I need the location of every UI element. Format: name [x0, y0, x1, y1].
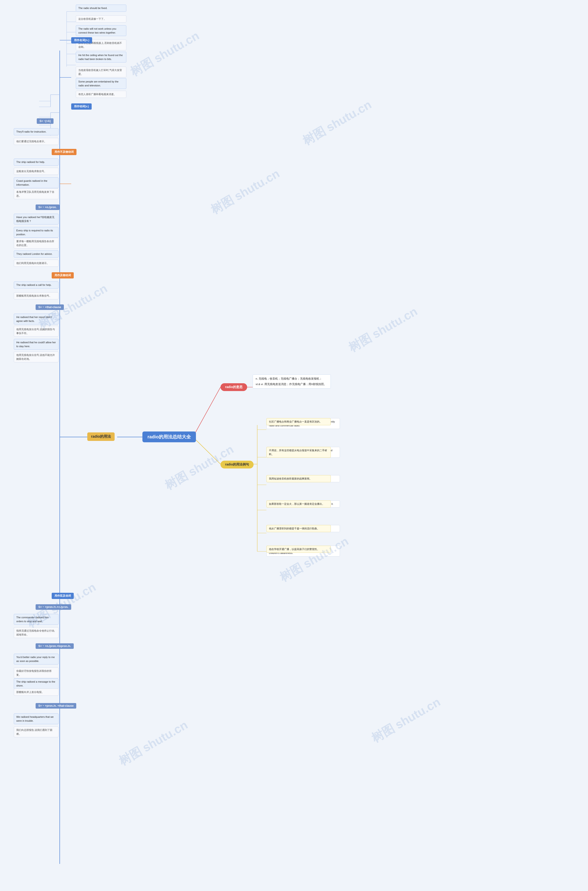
s-n-item-1: Have you radioed her?你给她发无线电报没有？: [14, 214, 58, 225]
s-a-label: S+ ~(+A): [37, 118, 54, 124]
liju-zh-6: 他在学校开通广播，以提高孩子们的警觉性。: [266, 546, 331, 553]
watermark-10: 树图 shutu.cn: [369, 694, 443, 747]
jiwu-item-2: 那艘船用无线电发出求救信号。: [14, 292, 58, 299]
yisi-n: n. 无线电；收音机；无线电广播台；无线电收发报机；: [256, 376, 328, 381]
bujiwudong-label: 用作不及物动词: [52, 149, 76, 155]
bujiwu-item-1: The ship radioed for help.: [14, 159, 58, 166]
s-n-topron-label: S+ ~ +n./pron.+topron./n.: [36, 644, 74, 649]
topron-item-1: You'd better radio your reply to me as s…: [14, 654, 58, 664]
shuangji-item-2: 指挥员通过无线电命令他停止行动,就地等命。: [14, 627, 58, 638]
central-label: radio的用法总结大全: [147, 434, 191, 439]
liju-zh-1: 社区广播电台和商业广播电台一直是有区别的。: [266, 418, 331, 425]
topron-item-2: 你最好尽快发电报告诉我你的答复。: [14, 668, 58, 678]
that-item-3: He radioed that he could't allow her to …: [14, 339, 58, 350]
watermark-1: 树图 shutu.cn: [128, 28, 202, 80]
mingci-item-2: 这台收音机该修一下了。: [76, 15, 126, 22]
s-that-label: S+ ~ +that-clause: [36, 304, 64, 310]
s-n-item-4: They radioed London for advice.: [14, 250, 58, 258]
watermark-9: 树图 shutu.cn: [277, 533, 351, 586]
liju-node: radio的用法例句: [220, 460, 254, 468]
s-pron-n-label: S+ ~ +pron./n.+n./pron.: [36, 604, 71, 610]
svg-line-23: [193, 387, 220, 437]
s-a-item-1: They'll radio for instruction.: [14, 128, 58, 135]
shuangji-label: 用作双及动词: [52, 593, 74, 599]
pron-that-item-1: We radioed headquarters that we were in …: [14, 713, 58, 724]
that-item-1: He radioed that her report didn't agree …: [14, 314, 58, 324]
mingci-item-7: Some people are entertained by the radio…: [76, 78, 126, 89]
bujiwu-item-2: 这船发出无线电求救信号。: [14, 168, 58, 175]
s-pron-that-label: S+ ~ +pron./n. +that-clause: [36, 703, 76, 709]
watermark-7: 树图 shutu.cn: [300, 97, 374, 149]
liju-zh-2: 不用说，所有这些都是从电台报道中采集来的二手材料。: [266, 447, 331, 458]
yisi-node: radio的意思: [220, 383, 247, 391]
mingci-item-1: The radio should be fixed.: [76, 4, 126, 12]
yisi-vt: vt.& vi. 用无线电发送消息；作无线电广播；用X射线拍照。: [256, 382, 328, 386]
topron-item-4: 那艘船向岸上发出电报。: [14, 688, 58, 696]
s-n-item-2: Every ship is required to radio its posi…: [14, 227, 58, 238]
mingci-item-6: 当他发现收音机被人打坏时,气得大发雷霆。: [76, 67, 126, 77]
s-a-item-2: 他们要通过无线电去请示。: [14, 138, 58, 145]
mindmap-container: 树图 shutu.cn 树图 shutu.cn 树图 shutu.cn 树图 s…: [0, 0, 588, 891]
yongfa-node: radio的用法: [87, 432, 115, 441]
bujiwu-item-4: 各海岸警卫队员用无线电发来了信息。: [14, 188, 58, 199]
dongci-label: 用作动词(v.): [71, 104, 92, 110]
mingci-item-5: He hit the ceiling when he found out the…: [76, 52, 126, 63]
that-item-4: 他用无线电发出信号,说他不能允许她留在此地。: [14, 351, 58, 362]
shuangji-item-1: The commander radioed him orders to stop…: [14, 614, 58, 625]
jiwu-item-1: The ship radioed a call for help.: [14, 282, 58, 289]
watermark-2: 树图 shutu.cn: [208, 166, 282, 218]
liju-label: radio的用法例句: [225, 462, 249, 466]
yisi-content: n. 无线电；收音机；无线电广播台；无线电收发报机； vt.& vi. 用无线电…: [253, 375, 331, 388]
bujiwu-item-3: Coast guards radioed in the information.: [14, 177, 58, 188]
watermark-6: 树图 shutu.cn: [116, 717, 190, 770]
liju-zh-3: 我用短波收音机收听最新的战事新闻。: [266, 475, 331, 482]
svg-line-24: [193, 437, 220, 464]
jiwudong-label: 用作及物动词: [52, 272, 74, 279]
liju-zh-4: 如果那首歌一定会火，那么第一频道肯定会播出。: [266, 500, 331, 507]
s-n-pron-label: S+ ~ +n./pron.: [36, 204, 60, 210]
topron-item-3: The ship radioed a message to the shore.: [14, 678, 58, 689]
mingci-item-8: 有些人喜听广播和看电视来消遣。: [76, 91, 126, 98]
yongfa-label: radio的用法: [91, 435, 111, 438]
watermark-8: 树图 shutu.cn: [346, 303, 420, 356]
yisi-label: radio的意思: [225, 385, 243, 389]
s-n-item-5: 他们利用无线电向伦敦请示。: [14, 260, 58, 267]
pron-that-item-2: 我们向总部报告,说我们遇到了困难。: [14, 726, 58, 737]
mingci-item-3: The radio will not work unless you conne…: [76, 25, 126, 36]
that-item-2: 他用无线电发出信号,说她的报告与事实不符。: [14, 326, 58, 337]
mingci-label: 用作名词(n.): [71, 37, 92, 44]
s-n-item-3: 要求每一艘船用无线电报告各自所在的位置。: [14, 238, 58, 249]
central-node: radio的用法总结大全: [142, 432, 196, 442]
connector-lines: [0, 0, 588, 891]
liju-zh-5: 他从广播里听到的都是千篇一律的流行歌曲。: [266, 525, 331, 532]
